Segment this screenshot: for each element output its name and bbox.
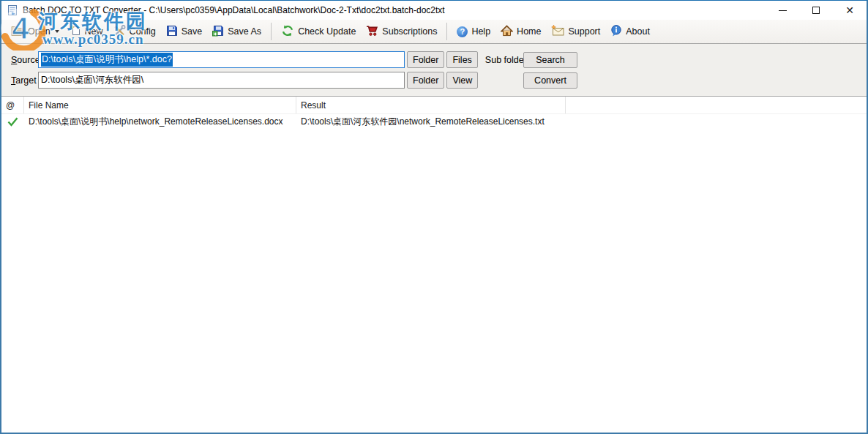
column-header-file-name[interactable]: File Name: [24, 97, 296, 113]
target-input-text: D:\tools\桌面\河东软件园\: [41, 74, 143, 86]
maximize-icon: [812, 7, 820, 14]
target-view-button[interactable]: View: [446, 72, 478, 89]
toolbar-open-label: Open: [28, 26, 50, 37]
toolbar-subscriptions-button[interactable]: Subscriptions: [361, 23, 442, 41]
target-row: Target D:\tools\桌面\河东软件园\ Folder View Co…: [1, 72, 867, 89]
toolbar-save-button[interactable]: Save: [161, 23, 208, 41]
maximize-button[interactable]: [799, 1, 833, 20]
success-check-icon: [7, 117, 18, 127]
table-row[interactable]: D:\tools\桌面\说明书\help\network_RemoteRelea…: [1, 114, 867, 130]
toolbar-config-button[interactable]: Config: [108, 23, 161, 41]
minimize-icon: [779, 10, 787, 11]
app-icon: [7, 4, 18, 16]
column-header-status[interactable]: @: [1, 97, 24, 113]
toolbar-support-button[interactable]: Support: [546, 23, 605, 40]
minimize-button[interactable]: [766, 1, 799, 20]
toolbar: Open New Config: [1, 20, 867, 44]
row-result-cell: D:\tools\桌面\河东软件园\network_RemoteReleaseL…: [296, 116, 566, 128]
toolbar-check-update-label: Check Update: [298, 26, 356, 37]
file-list-header: @ File Name Result: [1, 97, 867, 114]
help-question-icon: ?: [457, 26, 468, 37]
subscriptions-cart-icon: [366, 25, 378, 39]
window-title: Batch DOC TO TXT Converter - C:\Users\pc…: [23, 5, 445, 15]
search-button[interactable]: Search: [523, 52, 577, 68]
check-update-refresh-icon: [281, 25, 294, 39]
close-icon: ✕: [845, 5, 854, 15]
toolbar-new-button[interactable]: New: [64, 23, 108, 41]
save-as-floppy-icon: [212, 25, 224, 39]
toolbar-separator: [271, 23, 272, 40]
row-file-name-cell: D:\tools\桌面\说明书\help\network_RemoteRelea…: [24, 116, 296, 128]
close-button[interactable]: ✕: [833, 1, 867, 20]
toolbar-separator: [446, 23, 447, 40]
toolbar-home-button[interactable]: Home: [495, 23, 546, 41]
toolbar-help-label: Help: [471, 26, 490, 37]
toolbar-subscriptions-label: Subscriptions: [382, 26, 437, 37]
source-files-button[interactable]: Files: [446, 51, 477, 68]
toolbar-save-as-button[interactable]: Save As: [207, 23, 266, 41]
source-input[interactable]: D:\tools\桌面\说明书\help\*.doc?: [38, 51, 405, 68]
open-folder-icon: [11, 25, 24, 38]
config-tools-icon: [113, 25, 126, 39]
target-input[interactable]: D:\tools\桌面\河东软件园\: [38, 72, 405, 89]
app-window: Batch DOC TO TXT Converter - C:\Users\pc…: [0, 0, 868, 434]
toolbar-support-label: Support: [568, 26, 600, 37]
toolbar-save-label: Save: [182, 26, 203, 37]
source-row: Source D:\tools\桌面\说明书\help\*.doc? Folde…: [1, 51, 867, 68]
new-document-icon: [70, 25, 81, 39]
file-list: @ File Name Result D:\tools\桌面\说明书\help\…: [1, 97, 867, 433]
source-folder-button[interactable]: Folder: [407, 51, 444, 68]
toolbar-open-button[interactable]: Open: [6, 23, 64, 40]
chevron-down-icon: [55, 30, 59, 33]
toolbar-save-as-label: Save As: [228, 26, 261, 37]
toolbar-help-button[interactable]: ? Help: [452, 24, 495, 40]
title-bar: Batch DOC TO TXT Converter - C:\Users\pc…: [1, 1, 867, 20]
conversion-settings-panel: Source D:\tools\桌面\说明书\help\*.doc? Folde…: [1, 44, 867, 97]
column-header-result[interactable]: Result: [296, 97, 566, 113]
toolbar-about-label: About: [626, 26, 650, 37]
row-status-cell: [1, 117, 24, 127]
home-house-icon: [501, 25, 513, 39]
source-input-selected-text: D:\tools\桌面\说明书\help\*.doc?: [41, 53, 173, 67]
toolbar-config-label: Config: [130, 26, 156, 37]
about-info-icon: [610, 25, 622, 39]
toolbar-check-update-button[interactable]: Check Update: [276, 23, 361, 41]
toolbar-home-label: Home: [517, 26, 541, 37]
target-label: Target: [11, 75, 38, 86]
toolbar-about-button[interactable]: About: [605, 23, 655, 41]
toolbar-new-label: New: [85, 26, 103, 37]
window-controls: ✕: [766, 1, 867, 20]
support-mail-icon: [551, 25, 564, 38]
column-header-filler: [566, 97, 867, 113]
source-label: Source: [11, 55, 38, 65]
save-floppy-icon: [166, 25, 178, 39]
convert-button[interactable]: Convert: [523, 72, 577, 89]
target-folder-button[interactable]: Folder: [407, 72, 444, 89]
